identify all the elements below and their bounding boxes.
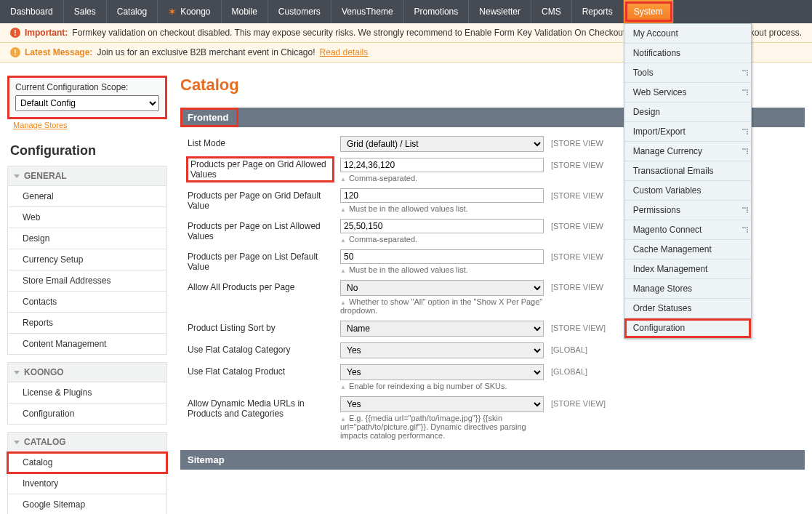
side-catalog[interactable]: Catalog — [7, 452, 167, 473]
top-nav: Dashboard Sales Catalog Koongo Mobile Cu… — [0, 0, 812, 23]
warn-icon: ! — [10, 28, 20, 38]
section-catalog[interactable]: CATALOG — [7, 432, 167, 452]
menu-custom-variables[interactable]: Custom Variables — [624, 181, 751, 201]
select-list-mode[interactable]: Grid (default) / List — [340, 136, 544, 152]
nav-system-label: System — [634, 7, 663, 17]
nav-venustheme[interactable]: VenusTheme — [331, 0, 404, 23]
menu-order-statuses[interactable]: Order Statuses — [624, 299, 751, 318]
label-flat-prod: Use Flat Catalog Product — [188, 364, 333, 377]
scope-grid-allowed: [STORE VIEW — [551, 158, 603, 169]
scope-grid-default: [STORE VIEW — [551, 188, 603, 200]
nav-reports[interactable]: Reports — [572, 0, 624, 23]
label-list-mode: List Mode — [188, 136, 333, 148]
hint-list-default: Must be in the allowed values list. — [340, 265, 544, 274]
section-general[interactable]: GENERAL — [7, 166, 167, 186]
hint-grid-default: Must be in the allowed values list. — [340, 204, 544, 213]
label-flat-cat: Use Flat Catalog Category — [188, 342, 333, 355]
select-flat-cat[interactable]: Yes — [340, 342, 544, 358]
manage-stores-link[interactable]: Manage Stores — [13, 121, 68, 129]
label-allow-all: Allow All Products per Page — [188, 280, 333, 292]
system-dropdown: My Account Notifications Tools Web Servi… — [624, 23, 752, 339]
scope-list-allowed: [STORE VIEW — [551, 219, 603, 230]
nav-catalog[interactable]: Catalog — [107, 0, 158, 23]
scope-flat-prod: [GLOBAL] — [551, 364, 587, 376]
menu-notifications[interactable]: Notifications — [624, 44, 751, 63]
select-dyn-media[interactable]: Yes — [340, 396, 544, 412]
notice-important-text: Formkey validation on checkout disabled.… — [72, 28, 635, 38]
nav-koongo[interactable]: Koongo — [158, 0, 221, 23]
side-currency[interactable]: Currency Setup — [7, 249, 167, 270]
label-grid-default: Products per Page on Grid Default Value — [188, 188, 333, 211]
scope-allow-all: [STORE VIEW — [551, 280, 603, 292]
nav-promotions[interactable]: Promotions — [404, 0, 470, 23]
scope-list-default: [STORE VIEW — [551, 249, 603, 261]
menu-tools[interactable]: Tools — [624, 63, 751, 83]
menu-index[interactable]: Index Management — [624, 260, 751, 279]
menu-my-account[interactable]: My Account — [624, 24, 751, 44]
side-google-sitemap[interactable]: Google Sitemap — [7, 494, 167, 514]
scope-select[interactable]: Default Config — [15, 95, 159, 111]
side-store-emails[interactable]: Store Email Addresses — [7, 270, 167, 292]
nav-dashboard[interactable]: Dashboard — [0, 0, 64, 23]
nav-system[interactable]: System My Account Notifications Tools We… — [624, 0, 674, 23]
label-dyn-media: Allow Dynamic Media URLs in Products and… — [188, 396, 333, 419]
panel-frontend-label: Frontend — [180, 108, 238, 127]
hint-list-allowed: Comma-separated. — [340, 235, 544, 244]
side-general[interactable]: General — [7, 186, 167, 207]
section-koongo[interactable]: KOONGO — [7, 362, 167, 382]
hint-allow-all: Whether to show "All" option in the "Sho… — [340, 297, 544, 315]
menu-design[interactable]: Design — [624, 103, 751, 122]
label-sort-by: Product Listing Sort by — [188, 321, 333, 333]
scope-flat-cat: [GLOBAL] — [551, 342, 587, 354]
notice-latest-text: Join us for an exclusive B2B merchant ev… — [97, 47, 315, 57]
menu-manage-stores[interactable]: Manage Stores — [624, 279, 751, 299]
hint-dyn-media: E.g. {{media url="path/to/image.jpg"}} {… — [340, 414, 544, 440]
notice-important-tail: kout process. — [750, 28, 802, 38]
nav-newsletter[interactable]: Newsletter — [469, 0, 531, 23]
input-list-default[interactable] — [340, 249, 544, 264]
side-web[interactable]: Web — [7, 207, 167, 228]
input-list-allowed[interactable] — [340, 219, 544, 233]
nav-cms[interactable]: CMS — [531, 0, 572, 23]
menu-web-services[interactable]: Web Services — [624, 83, 751, 103]
nav-sales[interactable]: Sales — [64, 0, 107, 23]
hint-flat-prod: Enable for reindexing a big number of SK… — [340, 382, 544, 390]
nav-mobile[interactable]: Mobile — [222, 0, 268, 23]
side-design[interactable]: Design — [7, 228, 167, 249]
select-allow-all[interactable]: No — [340, 280, 544, 296]
side-koongo-config[interactable]: Configuration — [7, 403, 167, 425]
scope-box: Current Configuration Scope: Default Con… — [7, 76, 167, 119]
panel-sitemap-bar[interactable]: Sitemap — [180, 450, 805, 470]
side-content-mgmt[interactable]: Content Management — [7, 334, 167, 355]
menu-permissions[interactable]: Permissions — [624, 201, 751, 220]
side-reports[interactable]: Reports — [7, 313, 167, 334]
menu-magento-connect[interactable]: Magento Connect — [624, 220, 751, 240]
sidebar: Current Configuration Scope: Default Con… — [7, 76, 167, 514]
label-grid-allowed: Products per Page on Grid Allowed Values — [188, 158, 333, 181]
menu-transactional-emails[interactable]: Transactional Emails — [624, 161, 751, 181]
notice-latest-label: Latest Message: — [25, 47, 92, 57]
select-flat-prod[interactable]: Yes — [340, 364, 544, 380]
scope-sort-by: [STORE VIEW] — [551, 321, 606, 332]
notice-important-label: Important: — [25, 28, 68, 38]
input-grid-default[interactable] — [340, 188, 544, 203]
label-list-allowed: Products per Page on List Allowed Values — [188, 219, 333, 241]
side-contacts[interactable]: Contacts — [7, 292, 167, 313]
input-grid-allowed[interactable] — [340, 158, 544, 172]
label-list-default: Products per Page on List Default Value — [188, 249, 333, 272]
scope-dyn-media: [STORE VIEW] — [551, 396, 606, 408]
side-inventory[interactable]: Inventory — [7, 473, 167, 494]
scope-label: Current Configuration Scope: — [15, 82, 159, 92]
menu-configuration[interactable]: Configuration — [624, 318, 751, 338]
scope-list-mode: [STORE VIEW — [551, 136, 603, 148]
menu-cache[interactable]: Cache Management — [624, 240, 751, 260]
hint-grid-allowed: Comma-separated. — [340, 174, 544, 182]
info-icon: ! — [10, 47, 20, 57]
menu-manage-currency[interactable]: Manage Currency — [624, 142, 751, 161]
select-sort-by[interactable]: Name — [340, 321, 544, 337]
nav-customers[interactable]: Customers — [268, 0, 331, 23]
side-license[interactable]: License & Plugins — [7, 382, 167, 403]
sidebar-title: Configuration — [10, 143, 167, 158]
notice-latest-link[interactable]: Read details — [320, 47, 369, 57]
menu-import-export[interactable]: Import/Export — [624, 122, 751, 142]
